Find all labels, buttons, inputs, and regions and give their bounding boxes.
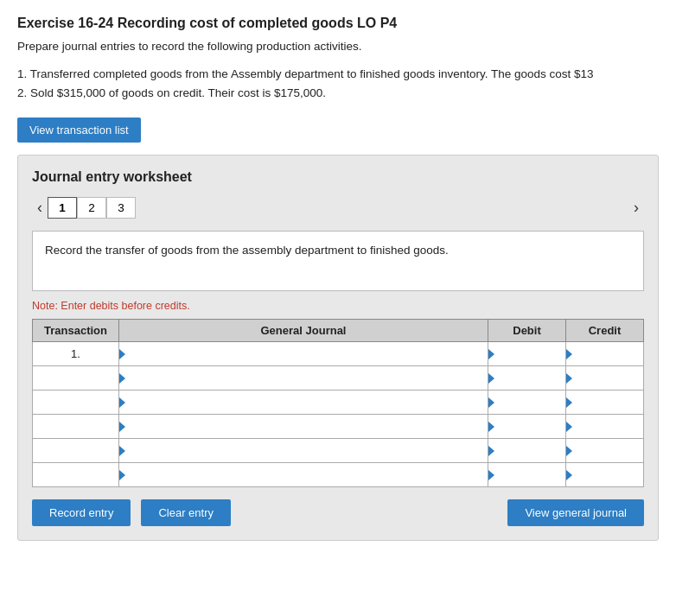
transaction-cell (33, 391, 119, 415)
debit-input[interactable] (488, 391, 565, 414)
credit-cell[interactable] (566, 391, 644, 415)
transaction-cell (33, 439, 119, 463)
instruction-2: 2. Sold $315,000 of goods on credit. The… (17, 86, 326, 99)
clear-entry-button[interactable]: Clear entry (141, 499, 231, 526)
tab-1[interactable]: 1 (48, 197, 77, 219)
transaction-cell (33, 366, 119, 391)
credit-input[interactable] (566, 415, 643, 438)
transaction-cell: 1. (33, 342, 119, 366)
credit-input[interactable] (566, 439, 643, 462)
tab-3[interactable]: 3 (106, 197, 136, 219)
debit-input[interactable] (488, 415, 565, 438)
record-entry-button[interactable]: Record entry (32, 499, 131, 526)
journal-cell[interactable] (119, 391, 488, 415)
credit-input[interactable] (566, 342, 643, 365)
journal-cell[interactable] (119, 439, 488, 463)
tabs-row: ‹ 1 2 3 › (32, 197, 644, 219)
debit-cell[interactable] (488, 463, 566, 487)
journal-input[interactable] (119, 366, 488, 390)
credit-input[interactable] (566, 391, 643, 414)
tab-prev-arrow[interactable]: ‹ (32, 197, 48, 219)
credit-cell[interactable] (566, 342, 644, 366)
credit-cell[interactable] (566, 415, 644, 439)
journal-input[interactable] (119, 342, 488, 365)
debit-input[interactable] (488, 366, 565, 390)
journal-input[interactable] (119, 463, 488, 486)
credit-cell[interactable] (566, 439, 644, 463)
journal-cell[interactable] (119, 342, 488, 366)
debit-cell[interactable] (488, 415, 566, 439)
debit-cell[interactable] (488, 439, 566, 463)
table-row (33, 391, 644, 415)
col-header-debit: Debit (488, 320, 566, 342)
journal-input[interactable] (119, 439, 488, 462)
tab-next-arrow[interactable]: › (628, 197, 644, 219)
worksheet-container: Journal entry worksheet ‹ 1 2 3 › Record… (17, 155, 659, 541)
debit-input[interactable] (488, 439, 565, 462)
debit-cell[interactable] (488, 366, 566, 391)
journal-table: Transaction General Journal Debit Credit… (32, 319, 644, 487)
credit-input[interactable] (566, 463, 643, 486)
view-transactions-button[interactable]: View transaction list (17, 117, 141, 143)
table-row (33, 439, 644, 463)
buttons-row: Record entry Clear entry View general jo… (32, 499, 644, 526)
journal-cell[interactable] (119, 463, 488, 487)
journal-cell[interactable] (119, 415, 488, 439)
table-row (33, 415, 644, 439)
view-general-journal-button[interactable]: View general journal (507, 499, 644, 526)
col-header-transaction: Transaction (33, 320, 119, 342)
debit-input[interactable] (488, 463, 565, 486)
journal-cell[interactable] (119, 366, 488, 391)
subtitle: Prepare journal entries to record the fo… (17, 40, 659, 53)
table-row: 1. (33, 342, 644, 366)
transaction-cell (33, 415, 119, 439)
tab-2[interactable]: 2 (77, 197, 106, 219)
debit-cell[interactable] (488, 342, 566, 366)
instruction-1: 1. Transferred completed goods from the … (17, 67, 594, 80)
debit-cell[interactable] (488, 391, 566, 415)
transaction-cell (33, 463, 119, 487)
table-row (33, 463, 644, 487)
credit-cell[interactable] (566, 366, 644, 391)
credit-input[interactable] (566, 366, 643, 390)
table-row (33, 366, 644, 391)
instructions: 1. Transferred completed goods from the … (17, 65, 659, 102)
note-text: Note: Enter debits before credits. (32, 300, 644, 312)
credit-cell[interactable] (566, 463, 644, 487)
journal-input[interactable] (119, 415, 488, 438)
journal-input[interactable] (119, 391, 488, 414)
col-header-credit: Credit (566, 320, 644, 342)
worksheet-title: Journal entry worksheet (32, 169, 644, 185)
debit-input[interactable] (488, 342, 565, 365)
page-title: Exercise 16-24 Recording cost of complet… (17, 16, 659, 31)
description-box: Record the transfer of goods from the as… (32, 231, 644, 291)
col-header-journal: General Journal (119, 320, 488, 342)
